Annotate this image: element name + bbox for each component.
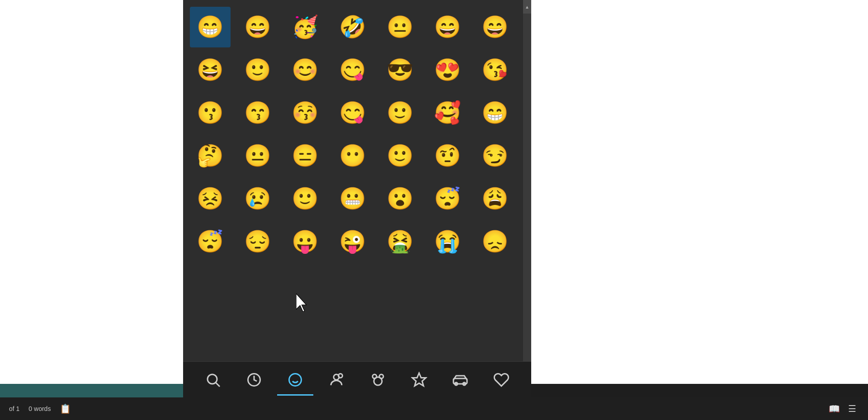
svg-point-9 bbox=[373, 374, 377, 378]
emoji-cell-31[interactable]: 😬 bbox=[332, 178, 373, 219]
category-smileys[interactable] bbox=[277, 364, 313, 396]
emoji-cell-11[interactable]: 😎 bbox=[380, 50, 420, 90]
emoji-cell-30[interactable]: 🙂 bbox=[285, 178, 326, 219]
svg-marker-11 bbox=[412, 373, 426, 386]
emoji-cell-23[interactable]: 😑 bbox=[285, 135, 326, 176]
emoji-cell-36[interactable]: 😔 bbox=[237, 221, 278, 262]
scroll-up-button[interactable]: ▲ bbox=[523, 0, 531, 14]
category-animals[interactable] bbox=[360, 364, 396, 396]
category-people[interactable] bbox=[318, 364, 354, 396]
emoji-cell-7[interactable]: 😆 bbox=[190, 50, 231, 90]
emoji-cell-3[interactable]: 🤣 bbox=[332, 7, 373, 47]
emoji-cell-22[interactable]: 😐 bbox=[237, 135, 278, 176]
word-count: 0 words bbox=[28, 405, 51, 412]
emoji-cell-33[interactable]: 😴 bbox=[427, 178, 468, 219]
emoji-cell-17[interactable]: 😋 bbox=[332, 93, 373, 133]
category-food[interactable] bbox=[401, 364, 437, 396]
emoji-cell-1[interactable]: 😄 bbox=[237, 7, 278, 47]
category-recent[interactable] bbox=[236, 364, 272, 396]
emoji-cell-5[interactable]: 😄 bbox=[427, 7, 468, 47]
emoji-cell-37[interactable]: 😛 bbox=[285, 221, 326, 262]
emoji-cell-8[interactable]: 🙂 bbox=[237, 50, 278, 90]
emoji-cell-20[interactable]: 😁 bbox=[475, 93, 515, 133]
page-info: of 1 bbox=[9, 405, 19, 412]
emoji-cell-28[interactable]: 😣 bbox=[190, 178, 231, 219]
emoji-cell-18[interactable]: 🙂 bbox=[380, 93, 420, 133]
emoji-cell-14[interactable]: 😗 bbox=[190, 93, 231, 133]
emoji-cell-9[interactable]: 😊 bbox=[285, 50, 326, 90]
svg-point-7 bbox=[339, 373, 343, 378]
emoji-cell-32[interactable]: 😮 bbox=[380, 178, 420, 219]
status-bar-left: of 1 0 words 📋 bbox=[9, 403, 71, 414]
scrollbar[interactable]: ▲ ▼ bbox=[523, 0, 531, 397]
emoji-grid: 😁 😄 🥳 🤣 😐 😄 😄 😆 🙂 😊 😋 😎 😍 😘 😗 😙 😚 😋 🙂 🥰 … bbox=[188, 5, 522, 264]
category-travel[interactable] bbox=[442, 364, 478, 396]
emoji-cell-21[interactable]: 🤔 bbox=[190, 135, 231, 176]
emoji-cell-27[interactable]: 😏 bbox=[475, 135, 515, 176]
emoji-cell-29[interactable]: 😢 bbox=[237, 178, 278, 219]
emoji-cell-25[interactable]: 🙂 bbox=[380, 135, 420, 176]
svg-line-1 bbox=[216, 383, 219, 386]
emoji-cell-15[interactable]: 😙 bbox=[237, 93, 278, 133]
emoji-cell-12[interactable]: 😍 bbox=[427, 50, 468, 90]
emoji-cell-26[interactable]: 🤨 bbox=[427, 135, 468, 176]
svg-point-0 bbox=[208, 374, 217, 384]
status-bar-right: 📖 ☰ bbox=[827, 402, 859, 415]
emoji-cell-6[interactable]: 😄 bbox=[475, 7, 515, 47]
svg-point-10 bbox=[379, 374, 383, 378]
emoji-cell-19[interactable]: 🥰 bbox=[427, 93, 468, 133]
emoji-cell-2[interactable]: 🥳 bbox=[285, 7, 326, 47]
emoji-cell-0[interactable]: 😁 bbox=[190, 7, 231, 47]
emoji-cell-40[interactable]: 😭 bbox=[427, 221, 468, 262]
emoji-cell-35[interactable]: 😴 bbox=[190, 221, 231, 262]
category-symbols[interactable] bbox=[483, 364, 519, 396]
category-bar bbox=[183, 361, 531, 397]
status-bar: of 1 0 words 📋 📖 ☰ bbox=[0, 397, 868, 420]
emoji-cell-13[interactable]: 😘 bbox=[475, 50, 515, 90]
category-search[interactable] bbox=[195, 364, 231, 396]
emoji-cell-10[interactable]: 😋 bbox=[332, 50, 373, 90]
emoji-cell-39[interactable]: 🤮 bbox=[380, 221, 420, 262]
emoji-cell-16[interactable]: 😚 bbox=[285, 93, 326, 133]
emoji-cell-4[interactable]: 😐 bbox=[380, 7, 420, 47]
emoji-picker: ▲ ▼ 😁 😄 🥳 🤣 😐 😄 😄 😆 🙂 😊 😋 😎 😍 😘 😗 😙 😚 bbox=[183, 0, 531, 397]
emoji-cell-38[interactable]: 😜 bbox=[332, 221, 373, 262]
emoji-grid-wrapper: 😁 😄 🥳 🤣 😐 😄 😄 😆 🙂 😊 😋 😎 😍 😘 😗 😙 😚 😋 🙂 🥰 … bbox=[183, 0, 531, 361]
list-view-icon[interactable]: ☰ bbox=[845, 402, 859, 415]
document-check-icon[interactable]: 📋 bbox=[60, 403, 71, 414]
emoji-cell-34[interactable]: 😩 bbox=[475, 178, 515, 219]
svg-point-3 bbox=[289, 373, 302, 386]
emoji-cell-41[interactable]: 😞 bbox=[475, 221, 515, 262]
book-view-icon[interactable]: 📖 bbox=[827, 402, 841, 415]
emoji-cell-24[interactable]: 😶 bbox=[332, 135, 373, 176]
